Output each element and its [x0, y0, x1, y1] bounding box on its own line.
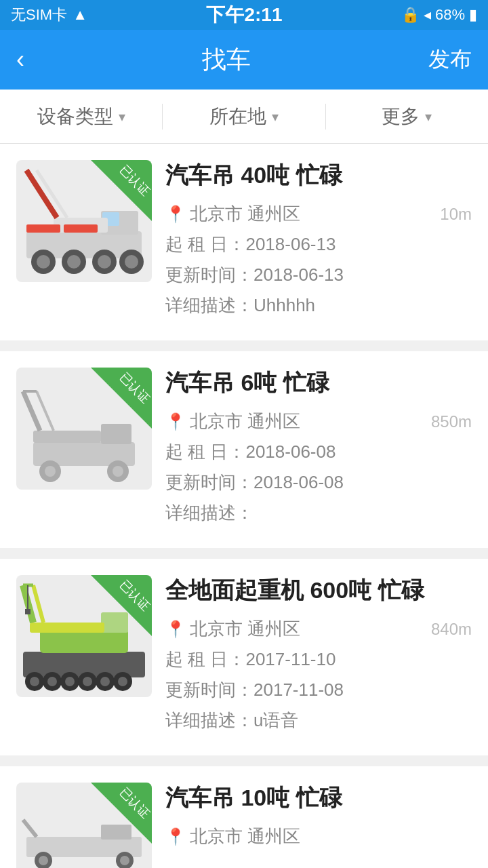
status-time: 下午2:11 — [206, 2, 282, 28]
svg-rect-22 — [33, 431, 101, 443]
item-update-time: 更新时间：2018-06-08 — [165, 471, 472, 494]
pin-icon: 📍 — [165, 827, 186, 846]
item-location-row: 📍 北京市 通州区 10m — [165, 202, 472, 226]
filter-location-label: 所在地 — [209, 104, 266, 130]
item-distance: 850m — [431, 412, 472, 431]
certified-badge: 已认证 — [91, 783, 152, 844]
item-location-row: 📍 北京市 通州区 850m — [165, 410, 472, 433]
lock-icon: 🔒 — [401, 6, 420, 24]
publish-button[interactable]: 发布 — [428, 45, 472, 75]
item-image: 已认证 — [16, 575, 152, 697]
svg-rect-15 — [64, 224, 98, 233]
filter-equipment-label: 设备类型 — [37, 104, 113, 130]
svg-point-49 — [39, 856, 48, 865]
battery-text: 68% — [435, 6, 465, 24]
svg-point-20 — [113, 466, 123, 477]
item-location: 北京市 通州区 — [190, 617, 300, 641]
pin-icon: 📍 — [165, 620, 186, 639]
item-location: 北京市 通州区 — [190, 825, 300, 848]
battery-icon: ▮ — [469, 6, 477, 24]
update-time-text: 更新时间：2018-06-08 — [165, 471, 344, 494]
svg-line-23 — [23, 391, 40, 431]
item-distance: 10m — [440, 205, 472, 224]
status-right: 🔒 ◂ 68% ▮ — [401, 6, 477, 24]
item-start-date: 起 租 日：2018-06-08 — [165, 440, 472, 464]
page-title: 找车 — [202, 43, 251, 77]
item-image: 已认证 — [16, 368, 152, 490]
pin-icon: 📍 — [165, 412, 186, 431]
no-sim-text: 无SIM卡 — [11, 5, 67, 25]
filter-more[interactable]: 更多 ▾ — [326, 104, 488, 130]
item-location: 北京市 通州区 — [190, 410, 300, 433]
item-update-time: 更新时间：2017-11-08 — [165, 678, 472, 702]
certified-badge: 已认证 — [91, 368, 152, 429]
svg-point-51 — [120, 856, 129, 865]
svg-rect-46 — [25, 609, 30, 614]
certified-badge: 已认证 — [91, 160, 152, 221]
filter-equipment-type[interactable]: 设备类型 ▾ — [0, 104, 163, 130]
item-title: 汽车吊 40吨 忙碌 — [165, 160, 472, 191]
chevron-down-icon: ▾ — [425, 108, 432, 125]
filter-bar: 设备类型 ▾ 所在地 ▾ 更多 ▾ — [0, 90, 488, 144]
item-title: 汽车吊 6吨 忙碌 — [165, 368, 472, 399]
item-title: 汽车吊 10吨 忙碌 — [165, 783, 472, 814]
description-text: 详细描述：u语音 — [165, 709, 298, 732]
pin-icon: 📍 — [165, 205, 186, 224]
item-start-date: 起 租 日：2017-11-10 — [165, 648, 472, 671]
update-time-text: 更新时间：2017-11-08 — [165, 678, 344, 702]
item-location: 北京市 通州区 — [190, 202, 300, 226]
svg-point-6 — [98, 255, 111, 269]
start-date-text: 起 租 日：2018-06-08 — [165, 440, 336, 464]
item-location-row: 📍 北京市 通州区 — [165, 825, 472, 848]
start-date-text: 起 租 日：2017-11-10 — [165, 648, 336, 671]
description-text: 详细描述： — [165, 501, 253, 525]
item-info: 汽车吊 10吨 忙碌 📍 北京市 通州区 — [165, 783, 472, 855]
item-location-row: 📍 北京市 通州区 840m — [165, 617, 472, 641]
svg-point-2 — [37, 255, 50, 269]
chevron-down-icon: ▾ — [119, 108, 125, 125]
item-start-date: 起 租 日：2018-06-13 — [165, 233, 472, 256]
status-bar: 无SIM卡 ▲ 下午2:11 🔒 ◂ 68% ▮ — [0, 0, 488, 30]
svg-point-28 — [30, 677, 39, 686]
svg-point-36 — [100, 677, 110, 686]
list-item[interactable]: 已认证 全地面起重机 600吨 忙碌 📍 北京市 通州区 840m 起 租 日：… — [0, 559, 488, 755]
item-info: 全地面起重机 600吨 忙碌 📍 北京市 通州区 840m 起 租 日：2017… — [165, 575, 472, 739]
svg-point-34 — [83, 677, 92, 686]
svg-line-53 — [23, 820, 37, 837]
item-image: 已认证 — [16, 160, 152, 282]
chevron-down-icon: ▾ — [272, 108, 279, 125]
svg-point-8 — [125, 255, 138, 269]
list-item[interactable]: 已认证 汽车吊 6吨 忙碌 📍 北京市 通州区 850m 起 租 日：2018-… — [0, 351, 488, 548]
start-date-text: 起 租 日：2018-06-13 — [165, 233, 336, 256]
svg-point-4 — [67, 255, 81, 269]
svg-point-18 — [45, 466, 56, 477]
filter-more-label: 更多 — [382, 104, 420, 130]
svg-point-38 — [118, 677, 127, 686]
item-image: 已认证 — [16, 783, 152, 868]
item-title: 全地面起重机 600吨 忙碌 — [165, 575, 472, 606]
item-description: 详细描述： — [165, 501, 472, 525]
svg-rect-14 — [26, 224, 60, 233]
item-description: 详细描述：u语音 — [165, 709, 472, 732]
update-time-text: 更新时间：2018-06-13 — [165, 263, 344, 287]
item-update-time: 更新时间：2018-06-13 — [165, 263, 472, 287]
list-item[interactable]: 已认证 汽车吊 10吨 忙碌 📍 北京市 通州区 — [0, 766, 488, 868]
location-icon: ◂ — [424, 6, 431, 24]
equipment-list: 已认证 汽车吊 40吨 忙碌 📍 北京市 通州区 10m 起 租 日：2018-… — [0, 144, 488, 868]
svg-point-32 — [65, 677, 75, 686]
item-info: 汽车吊 6吨 忙碌 📍 北京市 通州区 850m 起 租 日：2018-06-0… — [165, 368, 472, 532]
filter-location[interactable]: 所在地 ▾ — [163, 104, 325, 130]
status-left: 无SIM卡 ▲ — [11, 5, 87, 25]
description-text: 详细描述：Uhhhhh — [165, 294, 315, 317]
list-item[interactable]: 已认证 汽车吊 40吨 忙碌 📍 北京市 通州区 10m 起 租 日：2018-… — [0, 144, 488, 340]
certified-badge: 已认证 — [91, 575, 152, 636]
svg-point-30 — [47, 677, 57, 686]
item-description: 详细描述：Uhhhhh — [165, 294, 472, 317]
item-distance: 840m — [431, 620, 472, 639]
nav-bar: ‹ 找车 发布 — [0, 30, 488, 90]
back-button[interactable]: ‹ — [16, 45, 24, 74]
wifi-icon: ▲ — [73, 6, 87, 24]
item-info: 汽车吊 40吨 忙碌 📍 北京市 通州区 10m 起 租 日：2018-06-1… — [165, 160, 472, 324]
